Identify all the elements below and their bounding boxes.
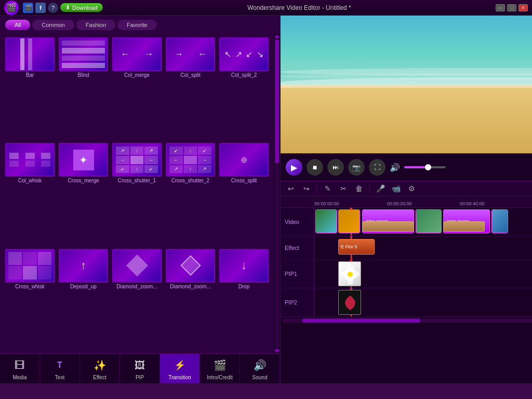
transition-col-split-2[interactable]: ↖↗↙↘ Col_split_2 <box>218 36 270 140</box>
window-controls[interactable]: — □ ✕ <box>496 4 528 11</box>
pip1-track-content[interactable] <box>314 260 532 288</box>
scrollbar-thumb[interactable] <box>302 318 420 323</box>
tab-transition-label: Transition <box>168 375 191 380</box>
edit-button[interactable]: ✎ <box>322 182 334 195</box>
svg-point-10 <box>347 276 353 285</box>
toolbar-separator-1 <box>317 183 317 194</box>
volume-button[interactable]: 🔊 <box>390 159 400 176</box>
transition-cross-shutter-1[interactable]: ↗ ↑ ↗ → ← ↙ ↓ ↙ Cross_shutter_1 <box>111 142 163 245</box>
tab-effect[interactable]: ✨ Effect <box>80 354 120 383</box>
timeline: 00:00:00:00 00:00:20:00 00:00:40:00 00:0… <box>281 196 532 383</box>
effect-track-label: Effect <box>281 236 314 259</box>
video-clip-1[interactable] <box>315 209 337 233</box>
transition-clip-2[interactable] <box>443 221 485 232</box>
minimize-button[interactable]: — <box>496 4 505 11</box>
pip2-track: PIP2 <box>281 288 532 317</box>
record-button[interactable]: 🎤 <box>374 182 387 195</box>
toolbar-icon-fb[interactable]: f <box>35 3 46 13</box>
volume-knob[interactable] <box>425 164 431 170</box>
preview-video <box>281 16 532 153</box>
pip2-track-content[interactable] <box>314 288 532 316</box>
download-label: Download <box>72 5 98 11</box>
download-icon: ⬇ <box>65 4 70 11</box>
delete-button[interactable]: 🗑 <box>353 182 365 195</box>
tab-sound[interactable]: 🔊 Sound <box>240 354 280 383</box>
toolbar-tabs: 🎞 Media T Text ✨ Effect 🖼 PIP ⚡ Transiti… <box>0 353 280 383</box>
transition-icon: ⚡ <box>171 357 188 374</box>
transition-drop[interactable]: ↓ Drop <box>218 248 270 351</box>
right-panel: ▶ ■ ⏭ 📷 ⛶ 🔊 00:00:10 / 00:03:22 🎥 Create… <box>281 16 532 383</box>
toolbar-icon-help[interactable]: ? <box>48 3 58 13</box>
transition-cross-merge[interactable]: ✦ Cross_merge <box>58 142 109 245</box>
video-clip-beach[interactable] <box>416 209 442 233</box>
tab-text-label: Text <box>55 375 64 380</box>
transitions-scrollbar[interactable] <box>274 34 280 353</box>
filter-tab-all[interactable]: All <box>5 20 30 30</box>
download-button[interactable]: ⬇ Download <box>60 3 103 12</box>
transition-cross-whisk[interactable]: Cross_whisk <box>4 248 56 351</box>
tab-pip[interactable]: 🖼 PIP <box>120 354 160 383</box>
transition-diamond-zoom-1[interactable]: Diamond_zoom... <box>111 248 163 351</box>
transition-cross-shutter-2[interactable]: ↙ ↓ ↙ ← → ↗ ↑ ↗ Cross_shutter_2 <box>165 142 216 245</box>
preview-area <box>281 16 532 153</box>
preview-controls: ▶ ■ ⏭ 📷 ⛶ 🔊 00:00:10 / 00:03:22 🎥 Create <box>281 153 532 181</box>
transition-bar[interactable]: Bar <box>4 36 56 140</box>
transition-deposit-up[interactable]: ↑ Deposit_up <box>58 248 109 351</box>
pip-icon: 🖼 <box>131 357 148 374</box>
filter-tabs: All Common Fashion Favorite <box>0 16 280 34</box>
intro-icon: 🎬 <box>211 357 228 374</box>
volume-slider[interactable] <box>404 166 446 168</box>
next-frame-button[interactable]: ⏭ <box>327 159 344 176</box>
ruler-mark-1: 00:00:20:00 <box>387 201 460 206</box>
pip1-track-label: PIP1 <box>281 260 314 288</box>
tab-effect-label: Effect <box>93 375 106 380</box>
video-clip-end[interactable] <box>491 209 508 233</box>
transition-col-whisk[interactable]: Col_whisk <box>4 142 56 245</box>
tab-text[interactable]: T Text <box>40 354 80 383</box>
maximize-button[interactable]: □ <box>507 4 516 11</box>
undo-button[interactable]: ↩ <box>285 182 297 195</box>
settings-button[interactable]: ⚙ <box>405 182 418 195</box>
transition-col-split[interactable]: →← Col_split <box>165 36 216 140</box>
scrollbar-track[interactable] <box>283 318 532 323</box>
tab-pip-label: PIP <box>136 375 144 380</box>
timeline-ruler: 00:00:00:00 00:00:20:00 00:00:40:00 00:0… <box>281 196 532 208</box>
ruler-mark-0: 00:00:00:00 <box>314 201 387 206</box>
effect-track-content[interactable]: E Fire 5 <box>314 236 532 259</box>
video-track-content[interactable]: Intro moon Intro moon <box>314 208 532 236</box>
pip1-clip[interactable] <box>338 261 361 286</box>
video-track-label: Video <box>281 208 314 236</box>
play-button[interactable]: ▶ <box>286 159 302 176</box>
media-icon: 🎞 <box>11 357 28 374</box>
pip2-track-label: PIP2 <box>281 288 314 316</box>
ruler-mark-2: 00:00:40:00 <box>460 201 532 206</box>
toolbar-separator-2 <box>369 183 370 194</box>
filter-tab-fashion[interactable]: Fashion <box>76 20 115 30</box>
effect-icon: ✨ <box>91 357 108 374</box>
stop-button[interactable]: ■ <box>307 159 323 176</box>
transition-clip-1[interactable] <box>362 221 414 232</box>
transition-cross-split[interactable]: ⊕ Cross_split <box>218 142 270 245</box>
snapshot-button[interactable]: 📷 <box>348 159 365 176</box>
tab-intro-credit-label: Intro/Credit <box>207 375 232 380</box>
transition-col-merge[interactable]: ←→ Col_merge <box>111 36 163 140</box>
tab-intro-credit[interactable]: 🎬 Intro/Credit <box>200 354 240 383</box>
transitions-grid: Bar Blind <box>0 34 274 353</box>
video-clip-2[interactable] <box>338 209 360 233</box>
transition-diamond-zoom-2[interactable]: Diamond_zoom... <box>165 248 216 351</box>
cut-button[interactable]: ✂ <box>337 182 350 195</box>
tab-transition[interactable]: ⚡ Transition <box>160 354 200 383</box>
fullscreen-button[interactable]: ⛶ <box>369 159 385 176</box>
redo-button[interactable]: ↪ <box>300 182 313 195</box>
transition-blind[interactable]: Blind <box>58 36 109 140</box>
filter-tab-common[interactable]: Common <box>32 20 74 30</box>
toolbar-icon-1[interactable]: 🎬 <box>23 3 33 13</box>
tab-media[interactable]: 🎞 Media <box>0 354 40 383</box>
effect-clip-fire[interactable]: E Fire 5 <box>338 239 375 255</box>
pip2-clip[interactable] <box>338 290 361 315</box>
close-button[interactable]: ✕ <box>518 4 528 11</box>
video-record-button[interactable]: 📹 <box>390 182 402 195</box>
filter-tab-favorite[interactable]: Favorite <box>117 20 157 30</box>
svg-point-13 <box>348 272 353 277</box>
timeline-scrollbar[interactable] <box>281 317 532 323</box>
